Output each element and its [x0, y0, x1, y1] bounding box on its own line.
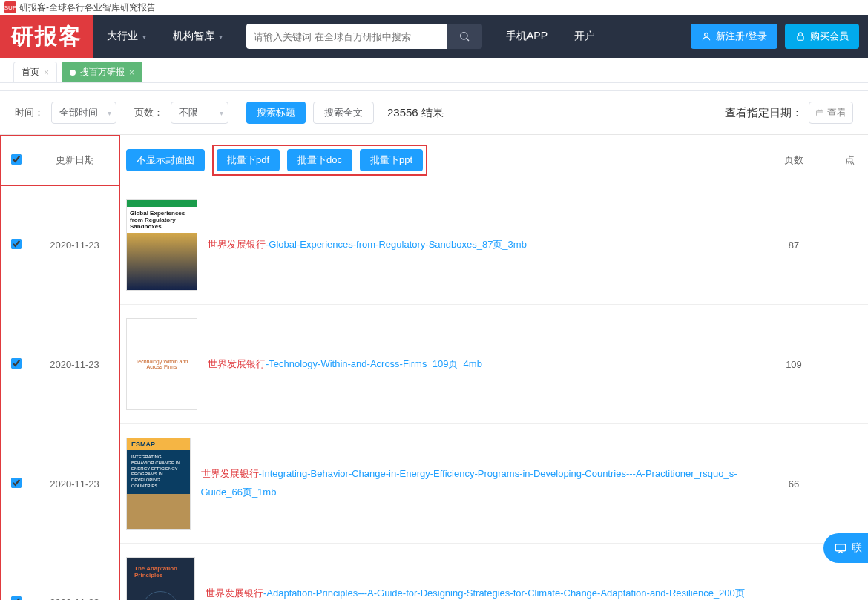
buy-vip-button[interactable]: 购买会员 — [785, 24, 859, 49]
button-label: 联 — [852, 541, 862, 555]
row-date: 2020-11-23 — [30, 305, 119, 424]
results-table: 更新日期 不显示封面图 批量下pdf 批量下doc 批量下ppt 页数 点 20… — [0, 135, 868, 600]
svg-point-2 — [705, 33, 708, 36]
button-label: 购买会员 — [810, 30, 849, 43]
search-button[interactable] — [447, 24, 482, 49]
nav-item-open-account[interactable]: 开户 — [561, 15, 608, 58]
search-icon — [458, 30, 470, 42]
hide-cover-button[interactable]: 不显示封面图 — [126, 149, 205, 171]
select-all-checkbox[interactable] — [11, 154, 22, 165]
batch-pdf-button[interactable]: 批量下pdf — [217, 149, 280, 171]
column-header-extra: 点 — [831, 136, 868, 185]
table-row: 2020-11-23 The Adaptation Principles 世界发… — [1, 544, 868, 601]
view-date-label: 查看指定日期： — [725, 106, 803, 120]
chevron-down-icon: ▾ — [142, 33, 146, 41]
row-pages: 87 — [757, 185, 831, 305]
filters-bar: 时间： 全部时间 ▾ 页数： 不限 ▾ 搜索标题 搜索全文 23556 结果 查… — [0, 90, 868, 135]
batch-download-group: 批量下pdf 批量下doc 批量下ppt — [212, 145, 427, 176]
report-link[interactable]: 世界发展银行-Integrating-Behavior-Change-in-En… — [201, 465, 752, 501]
cover-thumbnail[interactable]: The Adaptation Principles — [126, 557, 195, 600]
button-label: 新注册/登录 — [716, 30, 767, 43]
search-title-button[interactable]: 搜索标题 — [246, 102, 306, 124]
row-pages: 109 — [757, 305, 831, 424]
svg-rect-4 — [817, 111, 823, 116]
row-pages: 66 — [757, 424, 831, 544]
table-row: 2020-11-23 ESMAP INTEGRATING BEHAVIOR CH… — [1, 424, 868, 544]
nav-item-industry[interactable]: 大行业 ▾ — [93, 15, 160, 58]
report-title: -Adaptation-Principles---A-Guide-for-Des… — [206, 587, 745, 600]
search-input[interactable] — [246, 24, 447, 49]
table-row: 2020-11-23 Technology Within and Across … — [1, 305, 868, 424]
result-count: 23556 结果 — [387, 106, 444, 120]
cover-thumbnail[interactable]: Global Experiences from Regulatory Sandb… — [126, 199, 197, 291]
column-header-title: 不显示封面图 批量下pdf 批量下doc 批量下ppt — [119, 136, 757, 185]
row-pages: 200 — [757, 544, 831, 601]
table-row: 2020-11-23 Global Experiences from Regul… — [1, 185, 868, 305]
batch-doc-button[interactable]: 批量下doc — [287, 149, 352, 171]
tab-home[interactable]: 首页 × — [13, 62, 57, 82]
column-header-pages: 页数 — [757, 136, 831, 185]
report-title: -Global-Experiences-from-Regulatory-Sand… — [266, 239, 527, 250]
report-source: 世界发展银行 — [206, 587, 263, 599]
svg-rect-8 — [835, 544, 846, 551]
batch-ppt-button[interactable]: 批量下ppt — [360, 149, 423, 171]
svg-point-0 — [461, 33, 467, 39]
dot-icon — [70, 70, 76, 76]
report-link[interactable]: 世界发展银行-Adaptation-Principles---A-Guide-f… — [206, 584, 751, 600]
chevron-down-icon: ▾ — [220, 109, 223, 117]
svg-rect-3 — [798, 36, 803, 40]
search-fulltext-button[interactable]: 搜索全文 — [313, 102, 374, 124]
view-date-button[interactable]: 查看 — [809, 102, 853, 124]
row-checkbox[interactable] — [11, 358, 22, 369]
contact-button[interactable]: 联 — [823, 533, 868, 563]
row-date: 2020-11-23 — [30, 424, 119, 544]
cover-thumbnail[interactable]: ESMAP INTEGRATING BEHAVIOR CHANGE IN ENE… — [126, 438, 191, 530]
tabs-bar: 首页 × 搜百万研报 × — [0, 58, 868, 83]
navbar: 研报客 大行业 ▾ 机构智库 ▾ 手机APP 开户 新注册/登录 购买会员 — [0, 15, 868, 58]
window-title: 研报客-全球各行各业智库研究报告 — [19, 1, 156, 14]
chat-icon — [834, 541, 847, 555]
report-source: 世界发展银行 — [208, 239, 266, 250]
tab-search-reports[interactable]: 搜百万研报 × — [62, 62, 142, 82]
button-label: 查看 — [827, 106, 846, 119]
row-date: 2020-11-23 — [30, 544, 119, 601]
nav-item-label: 开户 — [574, 30, 595, 43]
register-login-button[interactable]: 新注册/登录 — [691, 24, 777, 49]
select-value: 不限 — [179, 106, 198, 119]
nav-item-mobile-app[interactable]: 手机APP — [493, 15, 561, 58]
report-title: -Integrating-Behavior-Change-in-Energy-E… — [201, 468, 737, 498]
navbar-right: 新注册/登录 购买会员 — [691, 24, 868, 49]
row-checkbox[interactable] — [11, 596, 22, 600]
logo[interactable]: 研报客 — [0, 15, 93, 58]
cover-title: Global Experiences from Regulatory Sandb… — [130, 210, 194, 230]
nav-item-label: 手机APP — [506, 30, 548, 43]
cover-title: The Adaptation Principles — [134, 565, 187, 578]
calendar-icon — [815, 108, 824, 117]
nav-item-label: 机构智库 — [173, 30, 214, 43]
app-favicon: SUP — [4, 1, 16, 13]
report-source: 世界发展银行 — [208, 358, 266, 369]
report-link[interactable]: 世界发展银行-Global-Experiences-from-Regulator… — [208, 238, 527, 251]
cover-title: ESMAP — [127, 438, 190, 450]
column-header-date: 更新日期 — [30, 136, 119, 185]
pages-select[interactable]: 不限 ▾ — [171, 102, 228, 124]
cover-thumbnail[interactable]: Technology Within and Across Firms — [126, 318, 197, 410]
tab-label: 搜百万研报 — [80, 66, 125, 79]
nav-item-label: 大行业 — [107, 30, 138, 43]
svg-line-1 — [467, 39, 469, 41]
tab-label: 首页 — [22, 66, 39, 79]
row-checkbox[interactable] — [11, 478, 22, 488]
lock-icon — [795, 31, 806, 42]
nav-item-institution[interactable]: 机构智库 ▾ — [160, 15, 236, 58]
close-icon[interactable]: × — [44, 67, 49, 78]
select-value: 全部时间 — [59, 106, 98, 119]
user-icon — [701, 31, 711, 42]
close-icon[interactable]: × — [129, 67, 134, 78]
report-link[interactable]: 世界发展银行-Technology-Within-and-Across-Firm… — [208, 357, 482, 371]
filters-right: 查看指定日期： 查看 — [725, 102, 853, 124]
time-select[interactable]: 全部时间 ▾ — [51, 102, 116, 124]
row-date: 2020-11-23 — [30, 185, 119, 305]
row-checkbox[interactable] — [11, 239, 22, 249]
chevron-down-icon: ▾ — [219, 33, 223, 41]
chevron-down-icon: ▾ — [108, 109, 111, 117]
